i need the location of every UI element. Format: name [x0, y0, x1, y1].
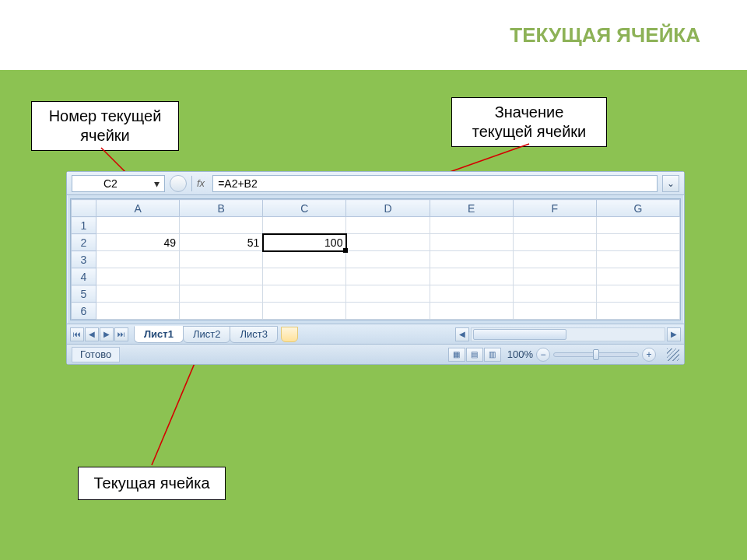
- cell-F5[interactable]: [513, 285, 596, 303]
- cell-B6[interactable]: [180, 303, 263, 320]
- cell-G4[interactable]: [596, 268, 679, 285]
- row-header-1[interactable]: 1: [72, 217, 96, 234]
- status-bar: Готово ▦ ▤ ▥ 100% − +: [67, 344, 684, 364]
- cell-D5[interactable]: [346, 285, 430, 303]
- cell-B5[interactable]: [180, 285, 263, 303]
- cell-D6[interactable]: [346, 303, 430, 320]
- cell-A6[interactable]: [96, 303, 180, 320]
- cell-C2[interactable]: 100: [263, 234, 346, 251]
- zoom-thumb[interactable]: [593, 349, 599, 360]
- cell-B3[interactable]: [180, 251, 263, 268]
- cell-F4[interactable]: [513, 268, 596, 285]
- row-header-4[interactable]: 4: [72, 268, 96, 285]
- formula-input[interactable]: =A2+B2: [212, 175, 658, 192]
- cell-C5[interactable]: [263, 285, 346, 303]
- sheet-tabs-row: ⏮ ◀ ▶ ⏭ Лист1 Лист2 Лист3 ◀ ▶: [67, 324, 684, 344]
- col-header-E[interactable]: E: [430, 200, 513, 217]
- col-header-A[interactable]: A: [96, 200, 180, 217]
- formula-bar: C2 ▾ fx =A2+B2 ⌄: [67, 172, 684, 195]
- expand-formula-bar-icon[interactable]: ⌄: [662, 175, 679, 192]
- cell-A3[interactable]: [96, 251, 180, 268]
- row-header-5[interactable]: 5: [72, 285, 96, 303]
- h-scrollbar[interactable]: ◀ ▶: [455, 327, 681, 342]
- spreadsheet-grid[interactable]: A B C D E F G 1 2 49 51: [70, 198, 681, 320]
- sheet-nav-buttons: ⏮ ◀ ▶ ⏭: [70, 327, 128, 341]
- sheet-tab-3[interactable]: Лист3: [230, 326, 277, 343]
- cell-D3[interactable]: [346, 251, 430, 268]
- scroll-track[interactable]: [471, 327, 665, 341]
- cell-E6[interactable]: [430, 303, 513, 320]
- cell-D2[interactable]: [346, 234, 430, 251]
- sheet-tab-1[interactable]: Лист1: [134, 326, 184, 343]
- fx-label[interactable]: fx: [197, 177, 208, 189]
- cell-C1[interactable]: [263, 217, 346, 234]
- cell-B2[interactable]: 51: [180, 234, 263, 251]
- scroll-thumb[interactable]: [473, 329, 566, 340]
- callout-current-cell: Текущая ячейка: [78, 467, 226, 500]
- cell-D1[interactable]: [346, 217, 430, 234]
- new-sheet-button[interactable]: [281, 327, 298, 342]
- formula-text: =A2+B2: [218, 177, 258, 190]
- cancel-button[interactable]: [170, 175, 187, 192]
- cell-F6[interactable]: [513, 303, 596, 320]
- cell-B4[interactable]: [180, 268, 263, 285]
- cell-F2[interactable]: [513, 234, 596, 251]
- view-page-layout-icon[interactable]: ▤: [466, 348, 483, 362]
- cell-A4[interactable]: [96, 268, 180, 285]
- cell-C6[interactable]: [263, 303, 346, 320]
- cell-E5[interactable]: [430, 285, 513, 303]
- cell-G6[interactable]: [596, 303, 679, 320]
- zoom-out-icon[interactable]: −: [536, 348, 550, 362]
- cell-G1[interactable]: [596, 217, 679, 234]
- col-header-B[interactable]: B: [180, 200, 263, 217]
- sheet-nav-prev-icon[interactable]: ◀: [85, 327, 99, 341]
- cell-C4[interactable]: [263, 268, 346, 285]
- sheet-nav-last-icon[interactable]: ⏭: [114, 327, 128, 341]
- sheet-tab-2[interactable]: Лист2: [183, 326, 230, 343]
- col-header-D[interactable]: D: [346, 200, 430, 217]
- cell-C3[interactable]: [263, 251, 346, 268]
- cell-A1[interactable]: [96, 217, 180, 234]
- cell-D4[interactable]: [346, 268, 430, 285]
- row-header-3[interactable]: 3: [72, 251, 96, 268]
- cell-A5[interactable]: [96, 285, 180, 303]
- scroll-right-icon[interactable]: ▶: [667, 327, 681, 341]
- select-all-corner[interactable]: [72, 200, 96, 217]
- dropdown-icon[interactable]: ▾: [154, 177, 160, 190]
- col-header-C[interactable]: C: [263, 200, 346, 217]
- cell-E1[interactable]: [430, 217, 513, 234]
- name-box-value: C2: [103, 177, 117, 190]
- zoom-controls: 100% − +: [507, 348, 656, 362]
- cell-G5[interactable]: [596, 285, 679, 303]
- cell-B1[interactable]: [180, 217, 263, 234]
- callout-cell-value: Значение текущей ячейки: [451, 97, 607, 147]
- sheet-nav-next-icon[interactable]: ▶: [100, 327, 114, 341]
- scroll-left-icon[interactable]: ◀: [455, 327, 469, 341]
- cell-E3[interactable]: [430, 251, 513, 268]
- zoom-slider[interactable]: [553, 352, 639, 357]
- cell-F1[interactable]: [513, 217, 596, 234]
- cell-F3[interactable]: [513, 251, 596, 268]
- slide-title: ТЕКУЩАЯ ЯЧЕЙКА: [510, 23, 700, 47]
- col-header-F[interactable]: F: [513, 200, 596, 217]
- col-header-G[interactable]: G: [596, 200, 679, 217]
- view-normal-icon[interactable]: ▦: [448, 348, 465, 362]
- slide-header: ТЕКУЩАЯ ЯЧЕЙКА: [0, 0, 747, 70]
- view-buttons: ▦ ▤ ▥: [448, 348, 501, 362]
- cell-E2[interactable]: [430, 234, 513, 251]
- name-box[interactable]: C2 ▾: [72, 175, 165, 192]
- zoom-in-icon[interactable]: +: [642, 348, 656, 362]
- cell-G2[interactable]: [596, 234, 679, 251]
- callout-cell-number: Номер текущей ячейки: [31, 101, 179, 151]
- view-page-break-icon[interactable]: ▥: [484, 348, 501, 362]
- excel-window: C2 ▾ fx =A2+B2 ⌄ A B C D E F G 1: [66, 171, 685, 365]
- row-header-2[interactable]: 2: [72, 234, 96, 251]
- resize-grip-icon[interactable]: [667, 348, 679, 361]
- cell-E4[interactable]: [430, 268, 513, 285]
- cell-A2[interactable]: 49: [96, 234, 180, 251]
- row-header-6[interactable]: 6: [72, 303, 96, 320]
- separator: [191, 176, 192, 191]
- cell-G3[interactable]: [596, 251, 679, 268]
- sheet-nav-first-icon[interactable]: ⏮: [70, 327, 84, 341]
- zoom-level[interactable]: 100%: [507, 348, 533, 360]
